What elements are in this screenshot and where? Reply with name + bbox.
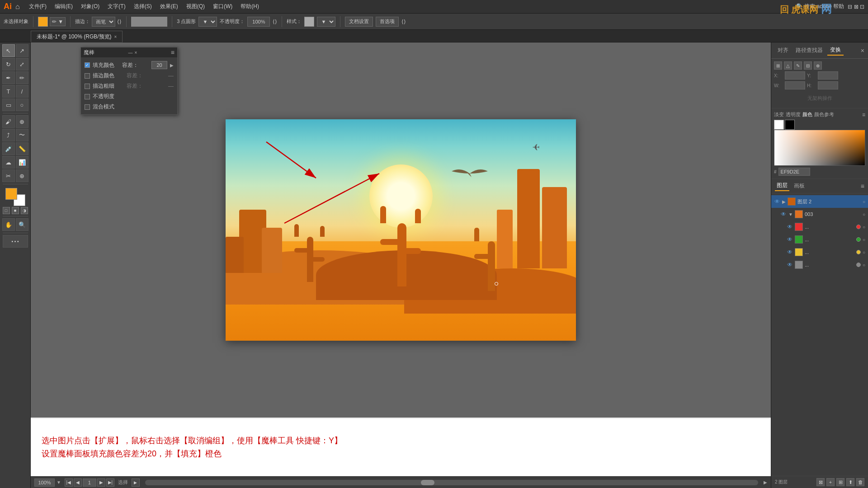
- selection-tool[interactable]: ↖: [2, 44, 15, 57]
- reflect-tool[interactable]: ⤢: [16, 58, 28, 70]
- panel-minimize-btn[interactable]: —: [128, 50, 132, 55]
- tolerance-input[interactable]: [151, 61, 167, 69]
- stroke-width-checkbox[interactable]: [85, 84, 90, 89]
- style-swatch[interactable]: [304, 17, 314, 27]
- color-mode-btn[interactable]: ✏ ▼: [50, 17, 66, 26]
- line-tool[interactable]: /: [16, 85, 28, 98]
- next-page-btn[interactable]: ▶: [97, 479, 105, 487]
- pen-tool[interactable]: ✒: [2, 71, 15, 84]
- layer-2-item[interactable]: 👁 ▶ 图层 2 ○: [771, 195, 868, 208]
- opacity-input[interactable]: [247, 17, 270, 27]
- doc-settings-btn[interactable]: 文档设置: [345, 17, 373, 27]
- color-gradient-picker[interactable]: [774, 130, 865, 166]
- point-shape-select[interactable]: ▼: [198, 17, 217, 27]
- white-swatch[interactable]: [774, 120, 784, 130]
- artboards-tab[interactable]: 画板: [792, 181, 807, 191]
- color-color-tab[interactable]: 颜色: [802, 111, 812, 118]
- zoom-arrow[interactable]: ▼: [57, 480, 61, 485]
- rotate-tool[interactable]: ↻: [2, 58, 15, 70]
- rectangle-tool[interactable]: ▭: [2, 99, 15, 111]
- symbol-sprayer[interactable]: ☁: [2, 156, 15, 169]
- canvas-area[interactable]: 魔棒 — × ≡ ✓ 填充颜色 容差： ▶: [31, 42, 771, 488]
- sublayer-gray-visibility[interactable]: 👁: [787, 262, 793, 268]
- hex-input[interactable]: [778, 168, 810, 176]
- color-transparency-tab[interactable]: 透明度: [786, 111, 801, 118]
- direct-selection-tool[interactable]: ↗: [16, 44, 28, 57]
- zoom-tool[interactable]: 🔍: [16, 218, 28, 231]
- layers-tab[interactable]: 图层: [775, 181, 789, 191]
- sublayer-gray-item[interactable]: 👁 ... ○: [771, 258, 868, 271]
- add-layer-btn[interactable]: +: [826, 478, 835, 486]
- more-tools[interactable]: • • •: [3, 235, 28, 248]
- page-input[interactable]: [83, 479, 96, 487]
- warp-tool[interactable]: 〜: [16, 129, 28, 141]
- hand-tool[interactable]: ✋: [2, 218, 15, 231]
- tab-close-btn[interactable]: ×: [114, 34, 117, 39]
- menu-text[interactable]: 文字(T): [104, 2, 129, 11]
- stroke-color-checkbox[interactable]: [85, 73, 90, 79]
- menu-help[interactable]: 帮助(H): [237, 2, 263, 11]
- y-input[interactable]: [818, 71, 838, 80]
- menu-effect[interactable]: 效果(E): [156, 2, 182, 11]
- move-to-layer-btn[interactable]: ⊞: [836, 478, 844, 486]
- brush-arrows[interactable]: ⟨⟩: [117, 19, 122, 25]
- transform-icon-1[interactable]: ⊞: [774, 61, 782, 70]
- tolerance-arrow[interactable]: ▶: [170, 63, 174, 68]
- h-input[interactable]: [818, 81, 838, 89]
- sublayer-yellow-item[interactable]: 👁 ... ○: [771, 246, 868, 258]
- first-page-btn[interactable]: |◀: [65, 479, 73, 487]
- delete-layer-btn[interactable]: 🗑: [856, 478, 864, 486]
- panel-menu-icon[interactable]: ≡: [171, 49, 175, 56]
- text-tool[interactable]: T: [2, 85, 15, 98]
- sublayer-yellow-visibility[interactable]: 👁: [787, 249, 793, 255]
- layer-2-lock[interactable]: ○: [863, 199, 865, 204]
- sublayer-red-lock[interactable]: ○: [863, 225, 865, 230]
- sublayer-red-item[interactable]: 👁 ... ○: [771, 221, 868, 233]
- eyedropper-tool[interactable]: 💉: [2, 142, 15, 155]
- sublayer-green-visibility[interactable]: 👁: [787, 236, 793, 243]
- prev-page-btn[interactable]: ◀: [74, 479, 82, 487]
- sublayer-green-item[interactable]: 👁 ... ○: [771, 233, 868, 246]
- color-gradient-tab[interactable]: 淡变: [774, 111, 784, 118]
- scroll-thumb[interactable]: [421, 480, 434, 485]
- transform-icon-4[interactable]: ⊟: [804, 61, 812, 70]
- transform-tab[interactable]: 变换: [827, 45, 844, 56]
- menu-edit[interactable]: 编辑(E): [51, 2, 76, 11]
- layer-003-lock[interactable]: ○: [863, 212, 865, 217]
- layer-003-item[interactable]: 👁 ▼ 003 ○: [771, 208, 868, 221]
- panel-close-btn[interactable]: ×: [134, 50, 137, 55]
- preferences-btn[interactable]: 首选项: [376, 17, 399, 27]
- x-input[interactable]: [785, 71, 805, 80]
- scroll-right-btn[interactable]: ▶: [764, 480, 767, 485]
- brush-select[interactable]: 画笔: [92, 17, 115, 27]
- blob-brush-tool[interactable]: ⊕: [16, 115, 28, 128]
- color-gradient-inner[interactable]: [774, 130, 865, 165]
- transform-icon-3[interactable]: ✎: [794, 61, 802, 70]
- measure-tool[interactable]: 📏: [16, 142, 28, 155]
- fill-color-swatch[interactable]: [38, 17, 48, 27]
- opacity-arrows[interactable]: ⟨⟩: [273, 19, 277, 25]
- play-btn[interactable]: ▶: [132, 479, 140, 487]
- make-clipping-btn[interactable]: ⊠: [816, 478, 825, 486]
- color-reference-tab[interactable]: 颜色参考: [814, 111, 834, 118]
- menu-select[interactable]: 选择(S): [130, 2, 156, 11]
- fg-bg-colors[interactable]: [5, 188, 25, 206]
- darkmode-icon[interactable]: ■: [12, 207, 19, 214]
- menu-view[interactable]: 视图(Q): [183, 2, 208, 11]
- transform-icon-2[interactable]: △: [784, 61, 792, 70]
- home-icon[interactable]: ⌂: [15, 3, 20, 11]
- layer-2-visibility[interactable]: 👁: [774, 198, 780, 205]
- document-tab[interactable]: 未标题-1* @ 100% (RGB/预览) ×: [31, 31, 123, 42]
- layers-menu-icon[interactable]: ≡: [861, 183, 864, 190]
- fill-color-checkbox[interactable]: ✓: [85, 62, 90, 68]
- pencil-tool[interactable]: ✏: [16, 71, 28, 84]
- sublayer-yellow-lock[interactable]: ○: [863, 250, 865, 255]
- transform-icon-5[interactable]: ⊕: [814, 61, 822, 70]
- style-select[interactable]: ▼: [317, 17, 335, 27]
- opacity-checkbox[interactable]: [85, 94, 90, 99]
- slice-tool[interactable]: ✂: [2, 169, 15, 182]
- paintbrush-tool[interactable]: 🖌: [2, 115, 15, 128]
- pathfinder-tab[interactable]: 路径查找器: [793, 46, 826, 55]
- w-input[interactable]: [785, 81, 805, 89]
- scroll-bar[interactable]: [145, 480, 758, 485]
